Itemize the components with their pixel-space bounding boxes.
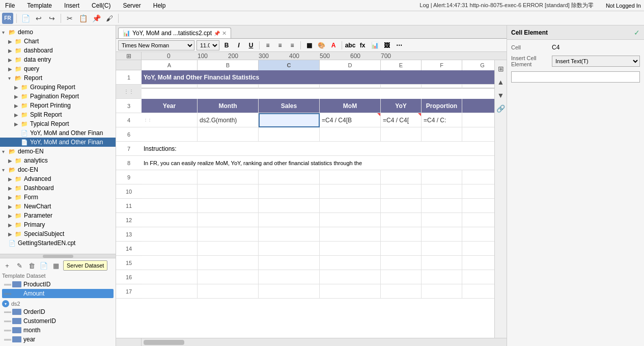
sidebar-item-special-subject[interactable]: ▶ 📁 SpecialSubject xyxy=(0,229,116,238)
font-color-button[interactable]: A xyxy=(328,40,339,50)
link-icon[interactable]: 🔗 xyxy=(495,103,507,114)
scroll-down-icon[interactable]: ▼ xyxy=(495,90,507,101)
cell-c14[interactable] xyxy=(259,242,320,256)
cell-a9[interactable] xyxy=(142,170,198,184)
cell-b14[interactable] xyxy=(198,242,259,256)
cell-a6[interactable] xyxy=(142,127,198,142)
copy-button[interactable]: 📋 xyxy=(77,13,89,24)
cell-c16[interactable] xyxy=(259,270,320,284)
sidebar-item-analytics[interactable]: ▶ 📁 analytics xyxy=(0,156,116,165)
cell-a11[interactable] xyxy=(142,199,198,213)
dataset-amount[interactable]: ══ Amount xyxy=(2,289,114,298)
cell-a8[interactable]: In FR, you can easily realize MoM, YoY, … xyxy=(142,156,494,170)
sidebar-item-doc-en[interactable]: ▾ 📂 doc-EN xyxy=(0,165,116,174)
cell-g3[interactable] xyxy=(462,99,494,113)
cell-f12[interactable] xyxy=(422,213,462,227)
format-paint-button[interactable]: 🖌 xyxy=(104,13,115,24)
cell-a13[interactable] xyxy=(142,227,198,242)
cell-e4[interactable]: =C4 / C4[ xyxy=(381,113,422,127)
cell-d11[interactable] xyxy=(320,199,381,213)
cell-b6[interactable] xyxy=(198,127,259,142)
cell-f16[interactable] xyxy=(422,270,462,284)
cell-g6[interactable] xyxy=(462,127,494,142)
sidebar-item-query[interactable]: ▶ 📁 query xyxy=(0,64,116,73)
sidebar-item-report-printing[interactable]: ▶ 📁 Report Printing xyxy=(0,101,116,110)
ds2-header[interactable]: ▾ ds2 xyxy=(2,300,114,307)
delete-dataset-button[interactable]: 🗑 xyxy=(26,260,37,271)
sidebar-item-primary[interactable]: ▶ 📁 Primary xyxy=(0,220,116,229)
sidebar-item-dashboard[interactable]: ▶ 📁 dashboard xyxy=(0,46,116,55)
sidebar-item-split-report[interactable]: ▶ 📁 Split Report xyxy=(0,110,116,119)
cell-d12[interactable] xyxy=(320,213,381,227)
cell-g13[interactable] xyxy=(462,227,494,242)
cell-e12[interactable] xyxy=(381,213,422,227)
cell-g14[interactable] xyxy=(462,242,494,256)
cell-a15[interactable] xyxy=(142,256,198,270)
cell-c10[interactable] xyxy=(259,184,320,199)
cell-c17[interactable] xyxy=(259,284,320,299)
cell-g12[interactable] xyxy=(462,213,494,227)
cell-b3[interactable]: Month xyxy=(198,99,259,113)
cell-f13[interactable] xyxy=(422,227,462,242)
redo-button[interactable]: ↪ xyxy=(46,13,58,24)
sidebar-item-chart[interactable]: ▶ 📁 Chart xyxy=(0,37,116,46)
cell-c3[interactable]: Sales xyxy=(259,99,320,113)
cell-b12[interactable] xyxy=(198,213,259,227)
cell-f15[interactable] xyxy=(422,256,462,270)
undo-button[interactable]: ↩ xyxy=(33,13,44,24)
sidebar-item-yoy1[interactable]: ▶ 📄 YoY, MoM and Other Finan xyxy=(0,128,116,138)
cell-d15[interactable] xyxy=(320,256,381,270)
dataset-year[interactable]: ══ year xyxy=(2,335,114,344)
cell-b16[interactable] xyxy=(198,270,259,284)
cell-d6[interactable] xyxy=(320,127,381,142)
cell-d9[interactable] xyxy=(320,170,381,184)
cell-a-drag[interactable] xyxy=(142,85,198,89)
sidebar-item-doc-dashboard[interactable]: ▶ 📁 Dashboard xyxy=(0,183,116,193)
cell-g10[interactable] xyxy=(462,184,494,199)
sidebar-item-typical-report[interactable]: ▶ 📁 Typical Report xyxy=(0,119,116,128)
cell-c4[interactable] xyxy=(259,113,320,127)
sidebar-toggle-icon[interactable]: ⊞ xyxy=(495,63,507,74)
cell-f17[interactable] xyxy=(422,284,462,299)
cell-a4[interactable]: ⋮⋮ xyxy=(142,113,198,127)
italic-button[interactable]: I xyxy=(234,40,244,50)
cell-c12[interactable] xyxy=(259,213,320,227)
cell-d4[interactable]: =C4 / C4[B xyxy=(320,113,381,127)
sidebar-item-pagination-report[interactable]: ▶ 📁 Pagination Report xyxy=(0,92,116,101)
cell-e10[interactable] xyxy=(381,184,422,199)
cell-a14[interactable] xyxy=(142,242,198,256)
cell-text-input[interactable] xyxy=(511,71,640,83)
h-scrollbar-thumb[interactable] xyxy=(144,340,184,345)
server-dataset-button[interactable]: ▦ xyxy=(51,260,61,271)
cell-c11[interactable] xyxy=(259,199,320,213)
cell-g-drag[interactable] xyxy=(462,85,494,89)
cell-e16[interactable] xyxy=(381,270,422,284)
tab-yoy[interactable]: 📊 YoY, MoM and ...tatistics2.cpt 📌 ✕ xyxy=(118,28,231,38)
fill-color-button[interactable]: 🎨 xyxy=(316,40,326,50)
menu-cell[interactable]: Cell(C) xyxy=(90,1,113,10)
image-button[interactable]: 🖼 xyxy=(382,40,392,50)
sidebar-item-getting-started[interactable]: ▶ 📄 GettingStartedEN.cpt xyxy=(0,238,116,248)
cell-d16[interactable] xyxy=(320,270,381,284)
cell-c9[interactable] xyxy=(259,170,320,184)
cell-g9[interactable] xyxy=(462,170,494,184)
menu-template[interactable]: Template xyxy=(25,1,54,10)
cell-d13[interactable] xyxy=(320,227,381,242)
sidebar-item-yoy2[interactable]: ▶ 📄 YoY, MoM and Other Finan xyxy=(0,138,116,147)
cell-g11[interactable] xyxy=(462,199,494,213)
cell-f-drag[interactable] xyxy=(422,85,462,89)
cell-d10[interactable] xyxy=(320,184,381,199)
cell-d17[interactable] xyxy=(320,284,381,299)
cell-e-drag[interactable] xyxy=(381,85,422,89)
cell-f11[interactable] xyxy=(422,199,462,213)
cell-f10[interactable] xyxy=(422,184,462,199)
cell-a12[interactable] xyxy=(142,213,198,227)
sidebar-item-advanced[interactable]: ▶ 📁 Advanced xyxy=(0,174,116,183)
cell-e14[interactable] xyxy=(381,242,422,256)
h-scrollbar[interactable] xyxy=(116,338,507,346)
cell-e11[interactable] xyxy=(381,199,422,213)
cell-b10[interactable] xyxy=(198,184,259,199)
menu-file[interactable]: File xyxy=(3,1,17,10)
cell-c13[interactable] xyxy=(259,227,320,242)
cell-a17[interactable] xyxy=(142,284,198,299)
